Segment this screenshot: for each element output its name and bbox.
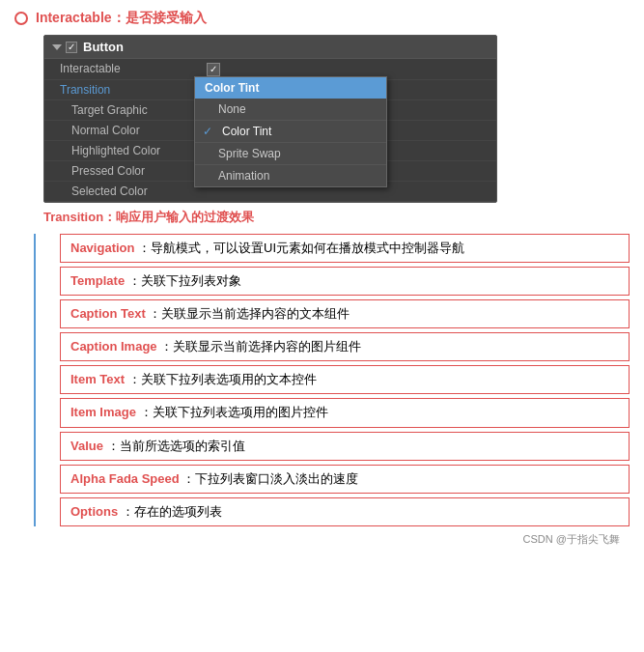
- label-interactable: Interactable: [52, 62, 207, 75]
- info-key-navigation: Navigation: [70, 241, 134, 255]
- label-selected-color: Selected Color: [52, 184, 207, 198]
- info-key-caption-text: Caption Text: [70, 306, 146, 321]
- info-item-item-image: Item Image ：关联下拉列表选项用的图片控件: [60, 398, 630, 427]
- info-key-item-text: Item Text: [70, 372, 125, 386]
- info-item-caption-text: Caption Text ：关联显示当前选择内容的文本组件: [60, 299, 630, 328]
- info-desc-caption-text: ：关联显示当前选择内容的文本组件: [149, 306, 350, 321]
- info-section: Navigation ：导航模式，可以设置UI元素如何在播放模式中控制器导航 T…: [34, 234, 630, 527]
- info-item-caption-image: Caption Image ：关联显示当前选择内容的图片组件: [60, 332, 630, 361]
- top-annotation: Interactable：是否接受输入: [14, 10, 630, 27]
- dropdown-item-none-label: None: [218, 102, 246, 116]
- info-item-alpha-fada-speed: Alpha Fada Speed ：下拉列表窗口淡入淡出的速度: [60, 465, 630, 494]
- info-item-options: Options ：存在的选项列表: [60, 497, 630, 526]
- info-desc-alpha-fada-speed: ：下拉列表窗口淡入淡出的速度: [182, 471, 358, 486]
- dropdown-overlay[interactable]: Color Tint None ✓ Color Tint Sprite Swap…: [194, 76, 387, 187]
- dropdown-item-animation-label: Animation: [218, 169, 269, 183]
- dropdown-item-color-tint[interactable]: ✓ Color Tint: [195, 121, 386, 143]
- dropdown-item-color-tint-label: Color Tint: [222, 125, 271, 138]
- info-desc-item-image: ：关联下拉列表选项用的图片控件: [140, 405, 328, 419]
- dropdown-item-none[interactable]: None: [195, 99, 386, 121]
- unity-panel: ✓ Button Interactable ✓ Transition Targe…: [43, 35, 497, 203]
- panel-header: ✓ Button: [44, 36, 496, 59]
- dropdown-header: Color Tint: [195, 77, 386, 99]
- info-key-alpha-fada-speed: Alpha Fada Speed: [70, 471, 180, 486]
- info-item-item-text: Item Text ：关联下拉列表选项用的文本控件: [60, 365, 630, 394]
- label-highlighted-color: Highlighted Color: [52, 144, 207, 157]
- value-interactable: ✓: [207, 62, 489, 76]
- circle-icon: [14, 12, 28, 25]
- info-key-value: Value: [70, 439, 103, 453]
- top-annotation-text: Interactable：是否接受输入: [36, 10, 207, 27]
- panel-header-icons: ✓: [52, 42, 77, 53]
- info-desc-item-text: ：关联下拉列表选项用的文本控件: [128, 372, 317, 386]
- watermark: CSDN @于指尖飞舞: [14, 532, 630, 547]
- info-desc-caption-image: ：关联显示当前选择内容的图片组件: [160, 339, 361, 354]
- dropdown-item-sprite-swap[interactable]: Sprite Swap: [195, 143, 386, 165]
- info-desc-value: ：当前所选选项的索引值: [107, 439, 245, 453]
- label-normal-color: Normal Color: [52, 124, 207, 137]
- info-key-caption-image: Caption Image: [70, 339, 157, 354]
- check-mark-icon: ✓: [203, 125, 212, 138]
- info-item-value: Value ：当前所选选项的索引值: [60, 432, 630, 461]
- interactable-checkbox[interactable]: ✓: [207, 63, 220, 76]
- transition-annotation: Transition：响应用户输入的过渡效果: [43, 209, 630, 226]
- info-desc-template: ：关联下拉列表对象: [128, 273, 241, 288]
- label-pressed-color: Pressed Color: [52, 164, 207, 178]
- panel-checkbox[interactable]: ✓: [66, 42, 77, 53]
- label-transition: Transition: [52, 83, 207, 97]
- panel-title: Button: [83, 40, 124, 54]
- info-key-template: Template: [70, 273, 125, 288]
- triangle-icon: [52, 44, 62, 50]
- info-key-options: Options: [70, 504, 118, 519]
- info-item-template: Template ：关联下拉列表对象: [60, 267, 630, 296]
- info-item-navigation: Navigation ：导航模式，可以设置UI元素如何在播放模式中控制器导航: [60, 234, 630, 263]
- info-desc-options: ：存在的选项列表: [122, 504, 222, 519]
- label-target-graphic: Target Graphic: [52, 103, 207, 117]
- info-desc-navigation: ：导航模式，可以设置UI元素如何在播放模式中控制器导航: [138, 241, 464, 255]
- info-key-item-image: Item Image: [70, 405, 136, 419]
- dropdown-item-animation[interactable]: Animation: [195, 165, 386, 186]
- dropdown-item-sprite-swap-label: Sprite Swap: [218, 147, 281, 160]
